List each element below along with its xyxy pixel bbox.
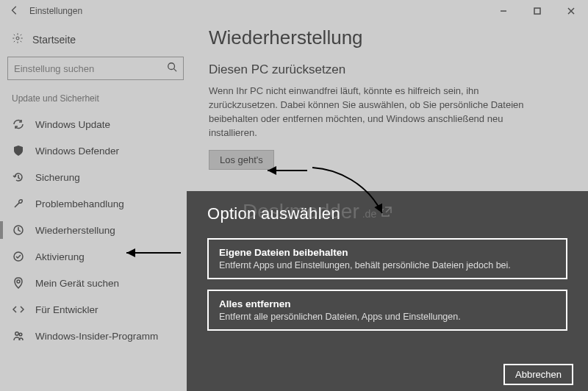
settings-window: Einstellungen Startseite Update und Sich… [0, 0, 588, 391]
option-keep-files[interactable]: Eigene Dateien beibehalten Entfernt Apps… [207, 238, 567, 279]
option-remove-everything[interactable]: Alles entfernen Entfernt alle persönlich… [207, 290, 567, 331]
cancel-button[interactable]: Abbrechen [503, 364, 573, 385]
option-description: Entfernt alle persönlichen Dateien, Apps… [219, 312, 556, 322]
option-description: Entfernt Apps und Einstellungen, behält … [219, 260, 556, 270]
option-title: Alles entfernen [219, 298, 556, 309]
dialog-title: Option auswählen [207, 204, 567, 223]
option-title: Eigene Dateien beibehalten [219, 247, 556, 258]
option-dialog: Option auswählen Eigene Dateien beibehal… [187, 191, 588, 391]
